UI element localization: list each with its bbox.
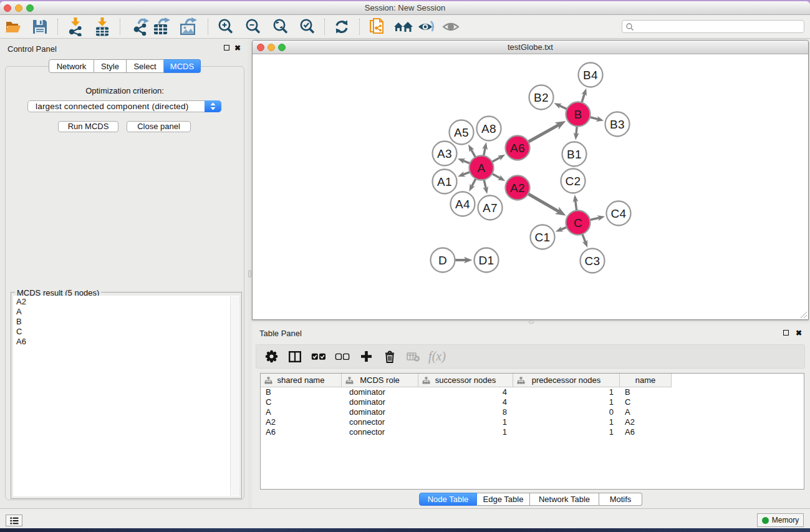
import-network-file-icon[interactable] <box>64 16 87 37</box>
edge-B-B1[interactable] <box>576 125 577 135</box>
graph-node-label: A2 <box>510 181 525 195</box>
memory-button[interactable]: Memory <box>757 513 804 527</box>
network-window-titlebar: testGlobe.txt <box>253 41 808 54</box>
mcds-result-item[interactable]: A2 <box>13 296 239 307</box>
table-row[interactable]: Bdominator41B <box>261 387 804 397</box>
main-toolbar <box>0 15 810 39</box>
tab-network[interactable]: Network <box>49 59 94 73</box>
edge-B-B2[interactable] <box>559 105 567 109</box>
new-table-icon[interactable] <box>151 16 173 37</box>
graph-node-label: D1 <box>479 254 494 267</box>
column-header-predecessor-nodes[interactable]: predecessor nodes <box>513 374 620 387</box>
add-icon[interactable] <box>355 345 377 368</box>
network-canvas[interactable]: B4B2BB3B1A5A8A3A6AA1A2C2A4A7C4CC1C3DD1 <box>253 54 808 319</box>
column-header-successor-nodes[interactable]: successor nodes <box>418 374 513 387</box>
cell-shared-name: A6 <box>261 427 342 437</box>
task-history-button[interactable] <box>6 515 22 526</box>
cell-MCDS-role: connector <box>342 427 418 437</box>
run-mcds-button[interactable]: Run MCDS <box>58 121 118 132</box>
hide-selected-icon[interactable] <box>415 16 438 37</box>
column-settings-icon[interactable] <box>260 345 282 368</box>
table-row[interactable]: A6connector11A6 <box>261 427 804 437</box>
delete-table-icon[interactable] <box>402 345 425 368</box>
tab-node-table[interactable]: Node Table <box>419 493 477 506</box>
delete-icon[interactable] <box>378 345 401 368</box>
deselect-all-icon[interactable] <box>331 345 354 368</box>
panel-splitter[interactable] <box>248 39 252 508</box>
cell-predecessor-nodes: 1 <box>513 397 620 407</box>
mcds-result-item[interactable]: C <box>13 327 239 337</box>
save-session-icon[interactable] <box>29 16 51 37</box>
graph-node-label: B <box>574 108 582 121</box>
edge-C-C3[interactable] <box>582 233 586 243</box>
cell-shared-name: C <box>261 397 342 407</box>
tab-select[interactable]: Select <box>127 59 164 73</box>
new-network-icon[interactable] <box>130 16 153 37</box>
function-builder-icon[interactable]: f(x) <box>426 345 448 368</box>
zoom-in-icon[interactable] <box>215 16 237 37</box>
criterion-dropdown[interactable]: largest connected component (directed) <box>27 100 221 112</box>
open-file-icon[interactable] <box>2 16 24 37</box>
edge-A-A7[interactable] <box>484 179 486 189</box>
close-icon[interactable]: ✖ <box>234 44 241 52</box>
node-table: shared nameMCDS rolesuccessor nodesprede… <box>260 373 804 490</box>
splitter-grip[interactable] <box>248 270 251 278</box>
edge-A2-C[interactable] <box>528 193 559 211</box>
graph-node-label: C2 <box>566 175 581 188</box>
zoom-out-icon[interactable] <box>242 16 264 37</box>
export-image-icon[interactable] <box>178 16 200 37</box>
column-header-shared-name[interactable]: shared name <box>261 374 342 387</box>
table-row[interactable]: A2connector11A2 <box>261 417 804 427</box>
column-header-name[interactable]: name <box>620 374 672 387</box>
edge-A-A2[interactable] <box>491 173 501 178</box>
table-row[interactable]: Cdominator41C <box>261 397 804 407</box>
search-field[interactable] <box>622 20 804 33</box>
column-type-icon <box>264 377 272 384</box>
edge-A-A8[interactable] <box>483 148 485 157</box>
show-selected-icon[interactable] <box>440 16 462 37</box>
tab-motifs[interactable]: Motifs <box>599 493 642 506</box>
edge-A-A6[interactable] <box>491 157 501 162</box>
result-scrollbar[interactable] <box>230 296 239 496</box>
cell-predecessor-nodes: 1 <box>513 387 620 397</box>
float-icon[interactable] <box>783 330 789 336</box>
cell-name: A <box>620 407 672 417</box>
cell-name: B <box>620 387 672 397</box>
edge-B-B3[interactable] <box>589 117 599 120</box>
table-panel: Table Panel ✖ <box>252 324 810 508</box>
edge-B-B4[interactable] <box>582 94 585 104</box>
horizontal-splitter-grip[interactable] <box>529 321 534 324</box>
resize-grip-icon[interactable] <box>800 311 808 319</box>
search-input[interactable] <box>634 22 804 31</box>
mcds-result-item[interactable]: A <box>13 307 239 317</box>
edge-C-C2[interactable] <box>576 200 577 211</box>
edge-A-A4[interactable] <box>471 178 476 186</box>
close-panel-button[interactable]: Close panel <box>127 121 191 132</box>
edge-A-A5[interactable] <box>471 149 476 158</box>
zoom-selected-icon[interactable] <box>296 16 319 37</box>
cell-successor-nodes: 1 <box>418 417 513 427</box>
mcds-result-item[interactable]: B <box>13 317 239 327</box>
session-details-icon[interactable] <box>365 16 388 37</box>
mcds-result-list[interactable]: A2ABCA6 <box>13 296 239 496</box>
zoom-fit-icon[interactable] <box>269 16 292 37</box>
edge-A6-B[interactable] <box>528 125 559 142</box>
tab-style[interactable]: Style <box>94 59 127 73</box>
float-icon[interactable] <box>224 45 229 51</box>
refresh-icon[interactable] <box>330 16 353 37</box>
mcds-result-item[interactable]: A6 <box>13 337 239 347</box>
close-icon[interactable]: ✖ <box>796 329 802 337</box>
tab-network-table[interactable]: Network Table <box>530 493 599 506</box>
column-header-MCDS-role[interactable]: MCDS role <box>342 374 418 387</box>
table-row[interactable]: Adominator80A <box>261 407 804 417</box>
graph-node-label: C4 <box>611 207 627 220</box>
split-view-icon[interactable] <box>284 345 306 368</box>
select-all-icon[interactable] <box>307 345 330 368</box>
edge-C-C4[interactable] <box>589 218 600 220</box>
toolbar-separator <box>208 19 208 35</box>
show-all-networks-icon[interactable] <box>392 16 415 37</box>
tab-edge-table[interactable]: Edge Table <box>477 493 530 506</box>
cell-MCDS-role: dominator <box>342 407 418 417</box>
tab-mcds[interactable]: MCDS <box>164 59 201 73</box>
import-table-file-icon[interactable] <box>91 16 113 37</box>
